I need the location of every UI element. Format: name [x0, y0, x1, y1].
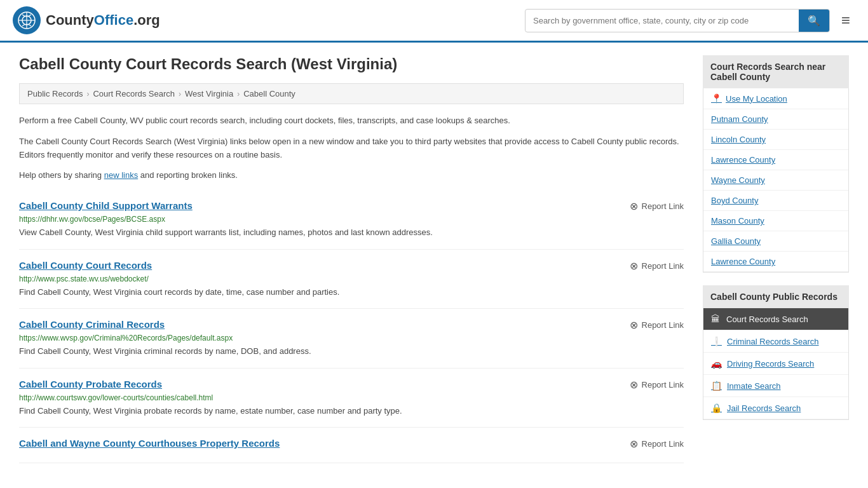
public-records-link[interactable]: 🏛Court Records Search: [703, 308, 848, 330]
nearby-section-title: Court Records Search near Cabell County: [703, 55, 849, 88]
record-header: Cabell County Court Records ⊗ Report Lin…: [19, 260, 684, 272]
breadcrumb-west-virginia[interactable]: West Virginia: [185, 89, 233, 98]
record-header: Cabell County Criminal Records ⊗ Report …: [19, 319, 684, 331]
record-desc: Find Cabell County, West Virginia court …: [19, 286, 684, 299]
description-p3: Help others by sharing new links and rep…: [19, 169, 684, 182]
description-p2: The Cabell County Court Records Search (…: [19, 135, 684, 162]
public-records-link-icon: ❕: [711, 336, 722, 346]
logo-area: CountyOffice.org: [13, 6, 160, 34]
hamburger-menu-icon[interactable]: ≡: [836, 9, 855, 32]
breadcrumb-public-records[interactable]: Public Records: [27, 89, 83, 98]
public-records-section-title: Cabell County Public Records: [703, 285, 849, 308]
page-title: Cabell County Court Records Search (West…: [19, 55, 684, 73]
nearby-county-link[interactable]: Lincoln County: [703, 130, 848, 150]
nearby-county-link[interactable]: Boyd County: [703, 191, 848, 211]
nearby-links-list: Putnam CountyLincoln CountyLawrence Coun…: [703, 109, 848, 272]
public-records-link-icon: 🔒: [711, 403, 722, 413]
public-records-link[interactable]: 🚗Driving Records Search: [703, 353, 848, 375]
search-input[interactable]: [526, 11, 799, 30]
public-records-link-label: Criminal Records Search: [727, 337, 819, 346]
record-header: Cabell and Wayne County Courthouses Prop…: [19, 438, 684, 450]
report-link[interactable]: ⊗ Report Link: [630, 319, 684, 331]
content-area: Cabell County Court Records Search (West…: [19, 55, 684, 463]
nearby-county-link[interactable]: Putnam County: [703, 109, 848, 130]
report-icon: ⊗: [630, 379, 638, 391]
description-p1: Perform a free Cabell County, WV public …: [19, 114, 684, 128]
main-container: Cabell County Court Records Search (West…: [0, 43, 868, 476]
record-item: Cabell County Probate Records ⊗ Report L…: [19, 369, 684, 428]
report-icon: ⊗: [630, 319, 638, 331]
nearby-county-link[interactable]: Lawrence County: [703, 252, 848, 272]
record-desc: Find Cabell County, West Virginia crimin…: [19, 345, 684, 358]
record-header: Cabell County Probate Records ⊗ Report L…: [19, 379, 684, 391]
public-records-link-label: Driving Records Search: [727, 359, 814, 369]
report-icon: ⊗: [630, 200, 638, 212]
breadcrumb-sep-1: ›: [86, 90, 89, 98]
logo-text: CountyOffice.org: [46, 12, 160, 29]
breadcrumb-cabell-county[interactable]: Cabell County: [243, 89, 295, 98]
use-my-location[interactable]: 📍 Use My Location: [703, 88, 848, 109]
sidebar: Court Records Search near Cabell County …: [703, 55, 849, 463]
public-records-links-list: 🏛Court Records Search❕Criminal Records S…: [703, 308, 848, 419]
location-icon: 📍: [711, 93, 722, 104]
record-desc: Find Cabell County, West Virginia probat…: [19, 405, 684, 417]
public-records-links-container: 🏛Court Records Search❕Criminal Records S…: [703, 308, 849, 420]
record-url[interactable]: http://www.courtswv.gov/lower-courts/cou…: [19, 393, 684, 402]
report-link[interactable]: ⊗ Report Link: [630, 438, 684, 450]
record-item: Cabell and Wayne County Courthouses Prop…: [19, 428, 684, 463]
public-records-link[interactable]: 🔒Jail Records Search: [703, 397, 848, 419]
public-records-link-icon: 📋: [711, 381, 722, 391]
public-records-link-icon: 🏛: [711, 314, 721, 324]
records-list: Cabell County Child Support Warrants ⊗ R…: [19, 190, 684, 463]
report-icon: ⊗: [630, 438, 638, 450]
record-title[interactable]: Cabell and Wayne County Courthouses Prop…: [19, 438, 280, 449]
new-links-link[interactable]: new links: [104, 170, 138, 180]
public-records-link-icon: 🚗: [711, 358, 722, 369]
record-url[interactable]: https://www.wvsp.gov/Criminal%20Records/…: [19, 334, 684, 342]
breadcrumb: Public Records › Court Records Search › …: [19, 83, 684, 104]
use-my-location-label: Use My Location: [726, 94, 787, 104]
breadcrumb-sep-3: ›: [237, 90, 240, 98]
record-header: Cabell County Child Support Warrants ⊗ R…: [19, 200, 684, 212]
public-records-link-label: Court Records Search: [726, 315, 808, 324]
record-item: Cabell County Child Support Warrants ⊗ R…: [19, 190, 684, 250]
record-title[interactable]: Cabell County Probate Records: [19, 379, 162, 390]
nearby-county-link[interactable]: Mason County: [703, 211, 848, 231]
record-url[interactable]: https://dhhr.wv.gov/bcse/Pages/BCSE.aspx: [19, 215, 684, 224]
public-records-link[interactable]: ❕Criminal Records Search: [703, 330, 848, 353]
logo-icon: [13, 6, 41, 34]
report-icon: ⊗: [630, 260, 638, 272]
public-records-link-label: Jail Records Search: [727, 403, 801, 413]
report-link[interactable]: ⊗ Report Link: [630, 260, 684, 272]
breadcrumb-sep-2: ›: [179, 90, 181, 98]
record-title[interactable]: Cabell County Child Support Warrants: [19, 200, 193, 211]
search-button[interactable]: 🔍: [799, 10, 829, 32]
header-right: 🔍 ≡: [525, 9, 855, 32]
report-link[interactable]: ⊗ Report Link: [630, 200, 684, 212]
breadcrumb-court-records[interactable]: Court Records Search: [93, 89, 175, 98]
public-records-link-label: Inmate Search: [727, 381, 781, 391]
nearby-county-link[interactable]: Lawrence County: [703, 150, 848, 170]
record-title[interactable]: Cabell County Criminal Records: [19, 319, 165, 330]
record-title[interactable]: Cabell County Court Records: [19, 260, 152, 271]
public-records-link[interactable]: 📋Inmate Search: [703, 375, 848, 397]
nearby-county-link[interactable]: Wayne County: [703, 170, 848, 191]
record-item: Cabell County Criminal Records ⊗ Report …: [19, 309, 684, 369]
nearby-county-link[interactable]: Gallia County: [703, 231, 848, 252]
report-link[interactable]: ⊗ Report Link: [630, 379, 684, 391]
search-bar: 🔍: [525, 9, 830, 32]
site-header: CountyOffice.org 🔍 ≡: [0, 0, 868, 43]
record-item: Cabell County Court Records ⊗ Report Lin…: [19, 250, 684, 309]
nearby-links-container: 📍 Use My Location Putnam CountyLincoln C…: [703, 88, 849, 273]
record-url[interactable]: http://www.psc.state.wv.us/webdocket/: [19, 274, 684, 283]
record-desc: View Cabell County, West Virginia child …: [19, 226, 684, 239]
